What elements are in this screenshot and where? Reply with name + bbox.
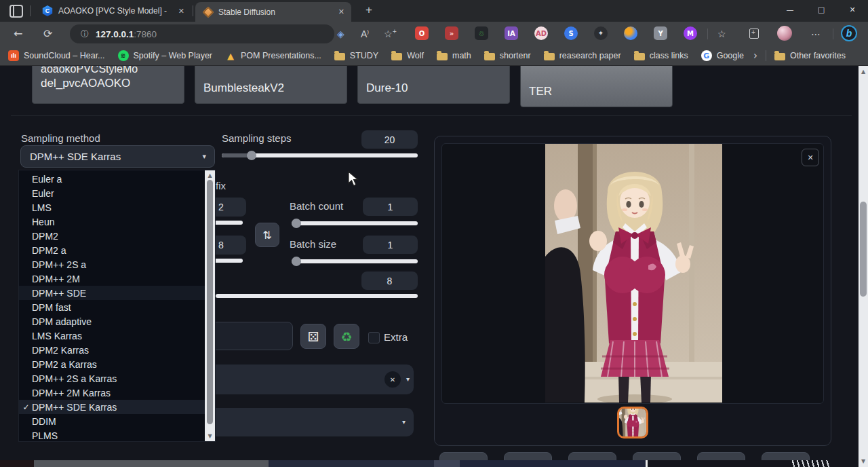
opera-extension-icon[interactable]: O <box>415 26 429 40</box>
sampler-option[interactable]: DPM2 <box>19 229 215 243</box>
window-close-button[interactable]: ✕ <box>847 5 858 14</box>
globe-extension-icon[interactable] <box>624 26 637 40</box>
tab-close-icon[interactable]: ✕ <box>332 7 351 16</box>
window-maximize-button[interactable]: □ <box>816 5 827 14</box>
sampler-option[interactable]: DDIM <box>19 414 215 428</box>
model-card[interactable]: aoaokoPVCStyleModel_pvcAOAOKO <box>32 66 184 104</box>
sampling-steps-input[interactable]: 20 <box>361 130 418 149</box>
model-card[interactable]: TER <box>520 66 673 107</box>
thumbnail-selected[interactable] <box>617 407 648 438</box>
extra-checkbox[interactable] <box>368 332 380 343</box>
add-favorite-icon[interactable]: ☆+ <box>384 29 397 39</box>
sampler-option[interactable]: ✓DPM++ SDE Karras <box>19 400 215 414</box>
ad-extension-icon[interactable]: AD <box>534 26 548 40</box>
sampler-option[interactable]: Heun <box>19 214 215 229</box>
bookmark-item[interactable]: STUDY <box>334 51 378 60</box>
bookmark-item[interactable]: class links <box>634 51 688 60</box>
bookmark-item[interactable]: ılıSoundCloud – Hear... <box>8 50 105 61</box>
address-bar[interactable]: ⓘ 127.0.0.1 :7860 <box>70 24 334 43</box>
bookmark-item[interactable]: reasearch paper <box>544 51 621 60</box>
scroll-down-icon[interactable]: ▼ <box>859 458 868 464</box>
scroll-up-icon[interactable]: ▲ <box>859 69 868 75</box>
batch-count-input[interactable]: 1 <box>363 198 418 216</box>
script-dropdown[interactable]: ▾ <box>203 408 414 436</box>
sampling-steps-slider[interactable] <box>222 153 418 157</box>
height-input-fragment[interactable]: 8 <box>216 236 246 255</box>
sampler-option[interactable]: DPM++ 2S a Karras <box>19 371 215 386</box>
tag-icon[interactable]: ◈ <box>337 29 344 39</box>
sampler-option[interactable]: DPM2 a <box>19 243 215 257</box>
slider-thumb[interactable] <box>292 219 301 228</box>
tab-civitai[interactable]: C AOAOKO [PVC Style Model] - PV ✕ <box>34 0 191 22</box>
scroll-down-icon[interactable]: ▼ <box>205 433 215 439</box>
sampler-option[interactable]: DPM++ 2M Karras <box>19 386 215 400</box>
sampler-option[interactable]: LMS Karras <box>19 329 215 343</box>
width-slider-fragment[interactable] <box>216 221 243 225</box>
sampler-option[interactable]: Euler a <box>19 172 215 186</box>
tab-stable-diffusion[interactable]: Stable Diffusion ✕ <box>195 2 351 22</box>
sampler-option[interactable]: DPM++ SDE <box>19 286 215 300</box>
batch-size-slider[interactable] <box>292 259 418 263</box>
window-minimize-button[interactable]: — <box>785 5 795 14</box>
favorites-icon[interactable]: ☆ <box>717 29 726 39</box>
seed-input[interactable] <box>203 322 293 350</box>
cfg-scale-input[interactable]: 8 <box>361 272 418 290</box>
new-tab-button[interactable]: + <box>361 3 376 17</box>
page-scrollbar[interactable]: ▲ ▼ <box>859 66 868 467</box>
generated-image[interactable] <box>545 143 722 403</box>
bookmark-item[interactable]: ▲POM Presentations... <box>225 50 321 61</box>
site-info-icon[interactable]: ⓘ <box>81 29 89 40</box>
sampling-method-select[interactable]: DPM++ SDE Karras ▾ <box>20 145 215 168</box>
horizontal-scrollbar-thumb[interactable] <box>34 460 269 467</box>
bookmark-item[interactable]: Wolf <box>391 51 424 60</box>
shazam-extension-icon[interactable]: S <box>564 26 578 40</box>
settings-dots-icon[interactable]: ⋯ <box>811 29 821 39</box>
clear-styles-button[interactable]: ✕ <box>384 371 401 388</box>
read-aloud-icon[interactable]: A) <box>361 29 369 39</box>
batch-size-input[interactable]: 1 <box>363 236 418 254</box>
dropdown-scrollbar[interactable]: ▲ ▼ <box>205 170 215 441</box>
bookmark-item[interactable]: math <box>437 51 471 60</box>
refresh-icon[interactable]: ⟳ <box>43 27 52 40</box>
swap-dimensions-button[interactable]: ⇅ <box>255 223 279 247</box>
styles-dropdown[interactable]: ✕ ▾ <box>203 365 414 394</box>
random-seed-button[interactable]: ⚄ <box>300 324 326 349</box>
bookmark-item[interactable]: ≋Spotify – Web Player <box>118 50 213 61</box>
scrollbar-thumb[interactable] <box>860 202 867 297</box>
cfg-scale-slider[interactable] <box>216 294 418 298</box>
y-extension-icon[interactable]: Y <box>654 26 667 40</box>
scroll-up-icon[interactable]: ▲ <box>205 172 215 179</box>
bookmarks-overflow-icon[interactable]: › <box>753 50 757 62</box>
collections-icon[interactable] <box>749 29 759 39</box>
bookmark-item[interactable]: GGoogle <box>701 50 744 61</box>
sampler-option[interactable]: DPM2 Karras <box>19 343 215 357</box>
slider-thumb[interactable] <box>247 151 256 160</box>
close-image-button[interactable]: ✕ <box>802 149 819 166</box>
pin-extension-icon[interactable]: ⌖ <box>594 26 608 40</box>
sampler-option[interactable]: DPM adaptive <box>19 314 215 329</box>
sampler-option[interactable]: Euler <box>19 186 215 200</box>
ia-extension-icon[interactable]: IA <box>505 26 518 40</box>
monica-extension-icon[interactable]: M <box>684 26 697 40</box>
sampler-option[interactable]: PLMS <box>19 428 215 443</box>
sampler-option[interactable]: DPM fast <box>19 300 215 314</box>
tab-close-icon[interactable]: ✕ <box>172 7 191 16</box>
batch-count-slider[interactable] <box>292 221 418 225</box>
reuse-seed-button[interactable]: ♻ <box>334 324 359 349</box>
sampler-option[interactable]: LMS <box>19 200 215 214</box>
height-slider-fragment[interactable] <box>216 259 243 263</box>
fastforward-extension-icon[interactable]: » <box>445 26 458 40</box>
trash-extension-icon[interactable]: ♲ <box>475 26 488 40</box>
scrollbar-thumb[interactable] <box>207 180 213 424</box>
back-icon[interactable]: ← <box>14 27 22 40</box>
sampler-option[interactable]: DPM2 a Karras <box>19 357 215 371</box>
model-card[interactable]: BumblesteakV2 <box>195 66 347 104</box>
bookmark-item[interactable]: shortenr <box>484 51 531 60</box>
width-input-fragment[interactable]: 2 <box>216 198 246 217</box>
other-favorites-button[interactable]: Other favorites <box>774 51 846 60</box>
bing-chat-icon[interactable]: b <box>841 25 857 41</box>
sampler-option[interactable]: DPM++ 2M <box>19 272 215 286</box>
model-card[interactable]: Dure-10 <box>357 66 510 104</box>
workspaces-icon[interactable] <box>9 5 23 18</box>
sampler-option[interactable]: DPM++ 2S a <box>19 257 215 272</box>
